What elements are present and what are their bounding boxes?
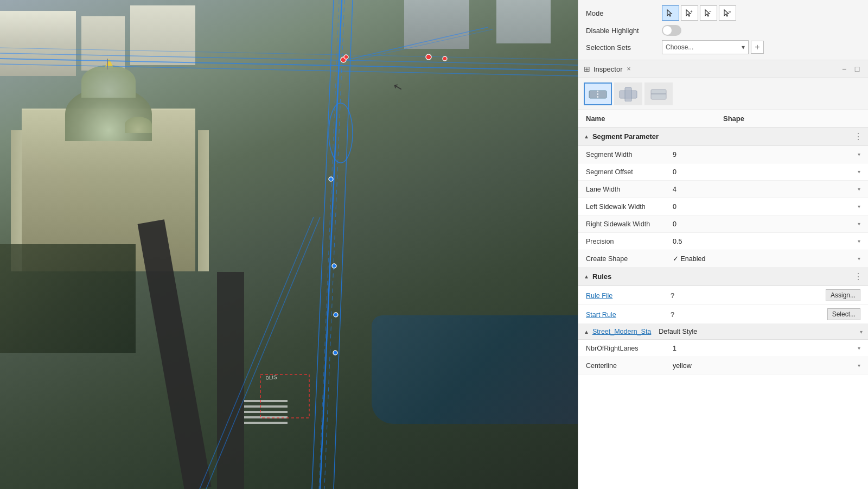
left-sidewalk-width-row: Left Sidewalk Width 0 ▾ (578, 198, 868, 215)
nbr-right-lanes-value-container: 1 ▾ (673, 345, 860, 352)
segment-width-row: Segment Width 9 ▾ (578, 146, 868, 163)
inspector-window-controls: − □ (839, 63, 863, 74)
disable-highlight-row: Disable Highlight (586, 25, 860, 36)
centerline-dropdown[interactable]: ▾ (858, 363, 860, 369)
street-style-chevron: ▲ (584, 329, 589, 335)
svg-point-14 (332, 264, 336, 268)
nbr-right-lanes-label: NbrOfRightLanes (586, 345, 673, 352)
start-rule-link[interactable]: Start Rule (586, 311, 616, 319)
add-selection-set-button[interactable]: + (751, 41, 764, 54)
start-rule-value: ? (671, 311, 674, 319)
mode-label: Mode (586, 9, 662, 17)
start-rule-label-container: Start Rule (586, 310, 662, 319)
disable-highlight-toggle[interactable] (662, 25, 681, 36)
right-sidewalk-width-row: Right Sidewalk Width 0 ▾ (578, 215, 868, 233)
right-sidewalk-value-container: 0 ▾ (673, 220, 860, 228)
rule-file-row: Rule File ? Assign... (578, 286, 868, 305)
shape-column-header: Shape (723, 115, 860, 123)
rule-file-value: ? (671, 292, 674, 300)
rules-menu-button[interactable]: ⋮ (854, 271, 863, 282)
svg-line-0 (320, 0, 342, 489)
precision-dropdown[interactable]: ▾ (858, 238, 860, 244)
create-shape-dropdown[interactable]: ▾ (858, 256, 860, 262)
tab-road[interactable] (584, 82, 612, 105)
svg-line-19 (347, 27, 488, 60)
segment-parameter-chevron: ▲ (584, 134, 589, 139)
centerline-label: Centerline (586, 362, 673, 370)
segment-offset-dropdown[interactable]: ▾ (858, 169, 860, 175)
toolbar-section: Mode + − Disable Highlight (578, 0, 868, 60)
centerline-row: Centerline yellow ▾ (578, 357, 868, 374)
mode-remove-button[interactable]: − (700, 5, 717, 21)
segment-offset-value-container: 0 ▾ (673, 168, 860, 176)
svg-line-8 (0, 48, 578, 60)
lane-width-dropdown[interactable]: ▾ (858, 186, 860, 192)
3d-viewport[interactable]: 0LIS ↖ (0, 0, 578, 489)
precision-row: Precision 0.5 ▾ (578, 233, 868, 250)
svg-line-20 (352, 29, 493, 61)
svg-rect-17 (260, 374, 309, 418)
tab-intersection[interactable] (614, 82, 642, 105)
rule-file-label-container: Rule File (586, 291, 662, 300)
property-column-headers: Name Shape (578, 110, 868, 128)
lane-width-label: Lane Width (586, 186, 673, 193)
inspector-close-button[interactable]: × (627, 65, 630, 73)
toggle-knob (663, 26, 672, 35)
segment-width-dropdown[interactable]: ▾ (858, 151, 860, 157)
right-panel: Mode + − Disable Highlight (578, 0, 868, 489)
segment-width-value: 9 (673, 151, 676, 158)
tab-object[interactable] (644, 82, 673, 105)
mode-select-button[interactable] (662, 5, 679, 21)
left-sidewalk-width-label: Left Sidewalk Width (586, 203, 673, 211)
right-sidewalk-width-label: Right Sidewalk Width (586, 220, 673, 228)
svg-line-6 (0, 64, 578, 76)
lane-width-value: 4 (673, 186, 676, 193)
svg-line-1 (334, 0, 353, 489)
street-style-name-link[interactable]: Street_Modern_Sta (592, 328, 651, 335)
mode-add-button[interactable]: + (681, 5, 698, 21)
rule-file-assign-button[interactable]: Assign... (826, 289, 860, 301)
selection-sets-select[interactable]: Choose... ▾ (662, 40, 749, 54)
create-shape-value-container: ✓ Enabled ▾ (673, 255, 860, 263)
inspector-section: ⊞ Inspector × − □ (578, 60, 868, 489)
svg-text:−: − (709, 9, 712, 14)
svg-line-3 (324, 0, 344, 489)
name-column-header: Name (586, 115, 723, 123)
start-rule-value-container: ? (666, 310, 823, 319)
nbr-right-lanes-row: NbrOfRightLanes 1 ▾ (578, 340, 868, 357)
svg-point-16 (333, 351, 337, 355)
nbr-right-lanes-dropdown[interactable]: ▾ (858, 345, 860, 351)
start-rule-select-button[interactable]: Select... (827, 308, 860, 320)
right-sidewalk-width-value: 0 (673, 220, 676, 228)
right-sidewalk-dropdown[interactable]: ▾ (858, 221, 860, 227)
segment-parameter-menu-button[interactable]: ⋮ (854, 131, 863, 142)
precision-value-container: 0.5 ▾ (673, 238, 860, 245)
left-sidewalk-dropdown[interactable]: ▾ (858, 204, 860, 209)
segment-offset-label: Segment Offset (586, 168, 673, 176)
rules-chevron: ▲ (584, 274, 589, 280)
inspector-minimize-button[interactable]: − (839, 63, 850, 74)
segment-parameter-section-header[interactable]: ▲ Segment Parameter ⋮ (578, 128, 868, 146)
disable-highlight-label: Disable Highlight (586, 27, 662, 35)
properties-area[interactable]: ▲ Segment Parameter ⋮ Segment Width 9 ▾ … (578, 128, 868, 489)
svg-point-18 (329, 103, 353, 163)
lane-width-row: Lane Width 4 ▾ (578, 181, 868, 198)
svg-line-22 (200, 217, 314, 489)
inspector-maximize-button[interactable]: □ (852, 63, 863, 74)
rules-title: Rules (592, 272, 851, 281)
inspector-icon: ⊞ (584, 65, 590, 73)
street-style-dropdown[interactable]: ▾ (860, 329, 863, 335)
mode-split-button[interactable] (719, 5, 736, 21)
left-sidewalk-width-value: 0 (673, 203, 676, 211)
svg-line-7 (0, 53, 578, 65)
rules-section-header[interactable]: ▲ Rules ⋮ (578, 268, 868, 286)
svg-point-13 (329, 177, 333, 181)
selection-sets-value: Choose... (666, 43, 693, 51)
svg-rect-30 (651, 90, 666, 99)
street-modern-style-section-header[interactable]: ▲ Street_Modern_Sta Default Style ▾ (578, 324, 868, 340)
centerline-value-container: yellow ▾ (673, 362, 860, 370)
segment-parameter-title: Segment Parameter (592, 132, 851, 141)
rule-file-link[interactable]: Rule File (586, 292, 612, 300)
svg-rect-29 (625, 87, 631, 101)
create-shape-row: Create Shape ✓ Enabled ▾ (578, 250, 868, 268)
